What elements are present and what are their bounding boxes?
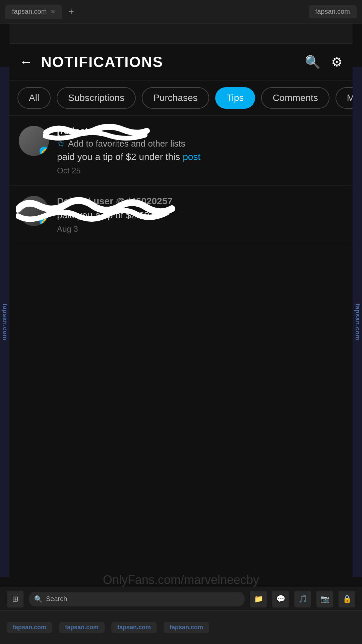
notification-sub-text-1: Add to favorites and other lists: [68, 139, 185, 149]
notification-item: 💰 [redacted] ☆ Add to favorites and othe…: [9, 116, 353, 186]
tab-title-left: fapsan.com: [12, 8, 47, 15]
filter-chip-all[interactable]: All: [17, 87, 51, 109]
notification-tip-text-1: paid you a tip of $2 under this post: [57, 150, 343, 163]
search-icon: 🔍: [34, 595, 43, 603]
notification-item-2: 💰 Deleted user @d46020257 paid you a tip…: [9, 186, 353, 244]
filter-bar: AllSubscriptionsPurchasesTipsCommentsMen…: [9, 80, 353, 116]
browser-bottom-bar: fapsan.com fapsan.com fapsan.com fapsan.…: [0, 610, 362, 644]
taskbar-icon-1[interactable]: 📁: [250, 591, 267, 607]
notification-post-link-1[interactable]: post: [183, 152, 200, 162]
taskbar-icon-4[interactable]: 📷: [316, 591, 333, 607]
bottom-tab-4[interactable]: fapsan.com: [164, 622, 209, 633]
taskbar-icon-2[interactable]: 💬: [272, 591, 289, 607]
side-label-left: fapsan.com: [0, 67, 9, 577]
browser-top-bar: fapsan.com × + fapsan.com: [0, 0, 362, 23]
settings-button[interactable]: ⚙: [331, 55, 343, 69]
address-bar: [9, 23, 353, 44]
bottom-tab-3[interactable]: fapsan.com: [111, 622, 157, 633]
filter-chip-subscriptions[interactable]: Subscriptions: [57, 87, 136, 109]
notification-content-1: [redacted] ☆ Add to favorites and other …: [57, 126, 343, 175]
notification-date-1: Oct 25: [57, 166, 343, 175]
page-title: NOTIFICATIONS: [41, 54, 305, 70]
bottom-tab-2[interactable]: fapsan.com: [59, 622, 105, 633]
taskbar-icon-3[interactable]: 🎵: [294, 591, 311, 607]
avatar-badge-2: 💰: [40, 217, 49, 226]
search-button[interactable]: 🔍: [305, 55, 320, 69]
tab-title-right: fapsan.com: [315, 8, 350, 15]
notification-username-2: Deleted user @d46020257: [57, 196, 343, 207]
browser-tab-right[interactable]: fapsan.com: [309, 5, 357, 18]
notification-sub-1: ☆ Add to favorites and other lists: [57, 139, 343, 149]
taskbar: ⊞ 🔍 Search 📁 💬 🎵 📷 🔒: [0, 587, 362, 610]
star-icon: ☆: [57, 139, 65, 149]
header-icons: 🔍 ⚙: [305, 55, 343, 69]
notification-username-1: [redacted]: [57, 126, 343, 137]
notification-tip-text-2: paid you a tip of $2.69: [57, 209, 343, 222]
notification-content-2: Deleted user @d46020257 paid you a tip o…: [57, 196, 343, 234]
search-placeholder: Search: [46, 595, 67, 603]
app-container: ← NOTIFICATIONS 🔍 ⚙ AllSubscriptionsPurc…: [9, 23, 353, 644]
side-label-right: fapsan.com: [353, 67, 362, 577]
notification-date-2: Aug 3: [57, 224, 343, 234]
filter-chip-comments[interactable]: Comments: [261, 87, 329, 109]
app-header: ← NOTIFICATIONS 🔍 ⚙: [9, 44, 353, 80]
taskbar-start-icon[interactable]: ⊞: [7, 591, 23, 607]
back-button[interactable]: ←: [19, 54, 33, 69]
avatar-badge: 💰: [40, 147, 49, 156]
taskbar-search[interactable]: 🔍 Search: [29, 592, 245, 606]
new-tab-button[interactable]: +: [64, 5, 78, 18]
filter-chip-mentions[interactable]: Mentions: [336, 87, 353, 109]
avatar-2: 💰: [19, 196, 49, 226]
browser-tab-left[interactable]: fapsan.com ×: [5, 5, 62, 19]
bottom-tab-1[interactable]: fapsan.com: [7, 622, 52, 633]
tab-close-left[interactable]: ×: [51, 7, 55, 16]
filter-chip-purchases[interactable]: Purchases: [142, 87, 209, 109]
taskbar-icon-5[interactable]: 🔒: [339, 591, 355, 607]
notifications-list: 💰 [redacted] ☆ Add to favorites and othe…: [9, 116, 353, 244]
avatar: 💰: [19, 126, 49, 156]
filter-chip-tips[interactable]: Tips: [215, 87, 255, 109]
